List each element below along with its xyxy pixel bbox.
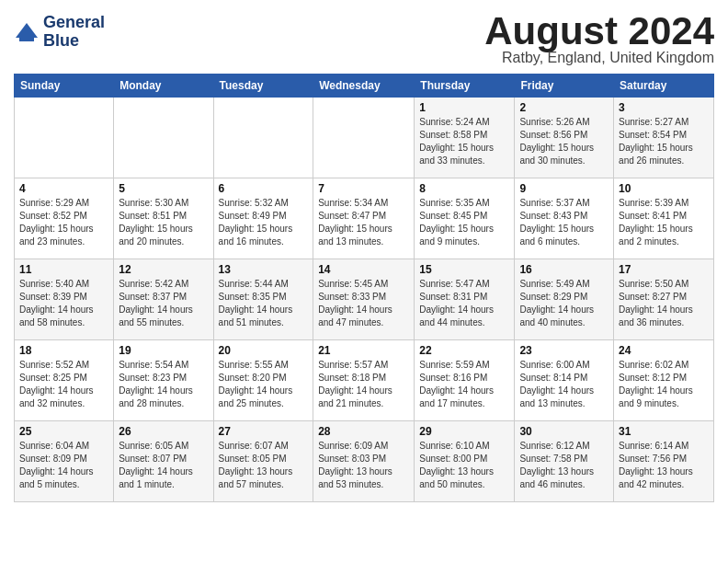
calendar-cell: 13Sunrise: 5:44 AM Sunset: 8:35 PM Dayli… — [213, 259, 313, 340]
calendar-cell: 17Sunrise: 5:50 AM Sunset: 8:27 PM Dayli… — [614, 259, 714, 340]
calendar-cell: 27Sunrise: 6:07 AM Sunset: 8:05 PM Dayli… — [213, 421, 313, 502]
weekday-monday: Monday — [114, 75, 213, 98]
day-info: Sunrise: 5:35 AM Sunset: 8:45 PM Dayligh… — [419, 197, 509, 248]
calendar-cell: 25Sunrise: 6:04 AM Sunset: 8:09 PM Dayli… — [15, 421, 114, 502]
calendar-cell — [114, 98, 213, 178]
day-info: Sunrise: 6:12 AM Sunset: 7:58 PM Dayligh… — [519, 440, 609, 491]
day-info: Sunrise: 6:00 AM Sunset: 8:14 PM Dayligh… — [519, 359, 609, 410]
calendar-cell — [15, 98, 114, 178]
calendar-cell: 9Sunrise: 5:37 AM Sunset: 8:43 PM Daylig… — [515, 178, 614, 259]
day-number: 16 — [519, 263, 609, 276]
calendar-cell: 21Sunrise: 5:57 AM Sunset: 8:18 PM Dayli… — [313, 340, 415, 421]
calendar-cell: 15Sunrise: 5:47 AM Sunset: 8:31 PM Dayli… — [415, 259, 515, 340]
calendar-cell: 26Sunrise: 6:05 AM Sunset: 8:07 PM Dayli… — [114, 421, 213, 502]
day-number: 23 — [519, 344, 609, 357]
day-info: Sunrise: 5:32 AM Sunset: 8:49 PM Dayligh… — [219, 197, 309, 248]
calendar-cell: 3Sunrise: 5:27 AM Sunset: 8:54 PM Daylig… — [614, 98, 714, 178]
day-info: Sunrise: 5:40 AM Sunset: 8:39 PM Dayligh… — [19, 278, 108, 329]
day-number: 17 — [619, 263, 709, 276]
calendar-cell: 22Sunrise: 5:59 AM Sunset: 8:16 PM Dayli… — [415, 340, 515, 421]
week-row-4: 18Sunrise: 5:52 AM Sunset: 8:25 PM Dayli… — [15, 340, 714, 421]
day-number: 25 — [19, 425, 108, 438]
calendar-table: SundayMondayTuesdayWednesdayThursdayFrid… — [14, 74, 714, 502]
day-number: 4 — [19, 182, 108, 195]
day-info: Sunrise: 5:30 AM Sunset: 8:51 PM Dayligh… — [119, 197, 208, 248]
day-number: 27 — [219, 425, 309, 438]
day-number: 6 — [219, 182, 309, 195]
page-header: General Blue August 2024 Ratby, England,… — [14, 9, 714, 66]
week-row-1: 1Sunrise: 5:24 AM Sunset: 8:58 PM Daylig… — [15, 98, 714, 178]
day-info: Sunrise: 6:02 AM Sunset: 8:12 PM Dayligh… — [619, 359, 709, 410]
day-info: Sunrise: 5:27 AM Sunset: 8:54 PM Dayligh… — [619, 116, 709, 167]
day-info: Sunrise: 6:05 AM Sunset: 8:07 PM Dayligh… — [119, 440, 208, 491]
calendar-cell — [313, 98, 415, 178]
day-number: 28 — [318, 425, 409, 438]
day-info: Sunrise: 6:10 AM Sunset: 8:00 PM Dayligh… — [419, 440, 509, 491]
day-number: 2 — [519, 101, 609, 114]
day-info: Sunrise: 5:34 AM Sunset: 8:47 PM Dayligh… — [318, 197, 409, 248]
svg-rect-2 — [19, 38, 34, 41]
day-info: Sunrise: 5:59 AM Sunset: 8:16 PM Dayligh… — [419, 359, 509, 410]
day-info: Sunrise: 5:55 AM Sunset: 8:20 PM Dayligh… — [219, 359, 309, 410]
day-info: Sunrise: 5:52 AM Sunset: 8:25 PM Dayligh… — [19, 359, 108, 410]
calendar-cell — [213, 98, 313, 178]
day-info: Sunrise: 5:39 AM Sunset: 8:41 PM Dayligh… — [619, 197, 709, 248]
day-number: 20 — [219, 344, 309, 357]
day-number: 21 — [318, 344, 409, 357]
calendar-cell: 20Sunrise: 5:55 AM Sunset: 8:20 PM Dayli… — [213, 340, 313, 421]
calendar-cell: 23Sunrise: 6:00 AM Sunset: 8:14 PM Dayli… — [515, 340, 614, 421]
calendar-cell: 28Sunrise: 6:09 AM Sunset: 8:03 PM Dayli… — [313, 421, 415, 502]
day-info: Sunrise: 5:42 AM Sunset: 8:37 PM Dayligh… — [119, 278, 208, 329]
day-info: Sunrise: 5:26 AM Sunset: 8:56 PM Dayligh… — [519, 116, 609, 167]
calendar-cell: 8Sunrise: 5:35 AM Sunset: 8:45 PM Daylig… — [415, 178, 515, 259]
month-title: August 2024 — [484, 9, 714, 53]
day-number: 7 — [318, 182, 409, 195]
calendar-cell: 5Sunrise: 5:30 AM Sunset: 8:51 PM Daylig… — [114, 178, 213, 259]
calendar-cell: 2Sunrise: 5:26 AM Sunset: 8:56 PM Daylig… — [515, 98, 614, 178]
day-number: 12 — [119, 263, 208, 276]
day-number: 30 — [519, 425, 609, 438]
calendar-cell: 1Sunrise: 5:24 AM Sunset: 8:58 PM Daylig… — [415, 98, 515, 178]
weekday-wednesday: Wednesday — [313, 75, 415, 98]
day-info: Sunrise: 5:24 AM Sunset: 8:58 PM Dayligh… — [419, 116, 509, 167]
logo: General Blue — [14, 14, 105, 51]
day-number: 24 — [619, 344, 709, 357]
logo-icon — [14, 19, 40, 45]
calendar-cell: 31Sunrise: 6:14 AM Sunset: 7:56 PM Dayli… — [614, 421, 714, 502]
logo-text: General Blue — [43, 14, 105, 51]
day-number: 29 — [419, 425, 509, 438]
day-number: 31 — [619, 425, 709, 438]
day-number: 1 — [419, 101, 509, 114]
day-info: Sunrise: 5:29 AM Sunset: 8:52 PM Dayligh… — [19, 197, 108, 248]
day-info: Sunrise: 5:45 AM Sunset: 8:33 PM Dayligh… — [318, 278, 409, 329]
week-row-5: 25Sunrise: 6:04 AM Sunset: 8:09 PM Dayli… — [15, 421, 714, 502]
weekday-tuesday: Tuesday — [213, 75, 313, 98]
calendar-cell: 18Sunrise: 5:52 AM Sunset: 8:25 PM Dayli… — [15, 340, 114, 421]
weekday-saturday: Saturday — [614, 75, 714, 98]
day-number: 19 — [119, 344, 208, 357]
day-info: Sunrise: 5:50 AM Sunset: 8:27 PM Dayligh… — [619, 278, 709, 329]
day-info: Sunrise: 5:57 AM Sunset: 8:18 PM Dayligh… — [318, 359, 409, 410]
calendar-cell: 10Sunrise: 5:39 AM Sunset: 8:41 PM Dayli… — [614, 178, 714, 259]
day-number: 10 — [619, 182, 709, 195]
day-info: Sunrise: 6:07 AM Sunset: 8:05 PM Dayligh… — [219, 440, 309, 491]
day-number: 5 — [119, 182, 208, 195]
day-info: Sunrise: 5:54 AM Sunset: 8:23 PM Dayligh… — [119, 359, 208, 410]
day-info: Sunrise: 5:37 AM Sunset: 8:43 PM Dayligh… — [519, 197, 609, 248]
day-number: 26 — [119, 425, 208, 438]
day-info: Sunrise: 6:04 AM Sunset: 8:09 PM Dayligh… — [19, 440, 108, 491]
day-number: 15 — [419, 263, 509, 276]
day-number: 22 — [419, 344, 509, 357]
day-info: Sunrise: 6:14 AM Sunset: 7:56 PM Dayligh… — [619, 440, 709, 491]
week-row-2: 4Sunrise: 5:29 AM Sunset: 8:52 PM Daylig… — [15, 178, 714, 259]
day-info: Sunrise: 5:49 AM Sunset: 8:29 PM Dayligh… — [519, 278, 609, 329]
calendar-cell: 12Sunrise: 5:42 AM Sunset: 8:37 PM Dayli… — [114, 259, 213, 340]
location-title: Ratby, England, United Kingdom — [484, 50, 714, 66]
day-number: 8 — [419, 182, 509, 195]
calendar-cell: 14Sunrise: 5:45 AM Sunset: 8:33 PM Dayli… — [313, 259, 415, 340]
calendar-cell: 29Sunrise: 6:10 AM Sunset: 8:00 PM Dayli… — [415, 421, 515, 502]
calendar-cell: 24Sunrise: 6:02 AM Sunset: 8:12 PM Dayli… — [614, 340, 714, 421]
day-number: 13 — [219, 263, 309, 276]
title-area: August 2024 Ratby, England, United Kingd… — [484, 9, 714, 66]
weekday-sunday: Sunday — [15, 75, 114, 98]
